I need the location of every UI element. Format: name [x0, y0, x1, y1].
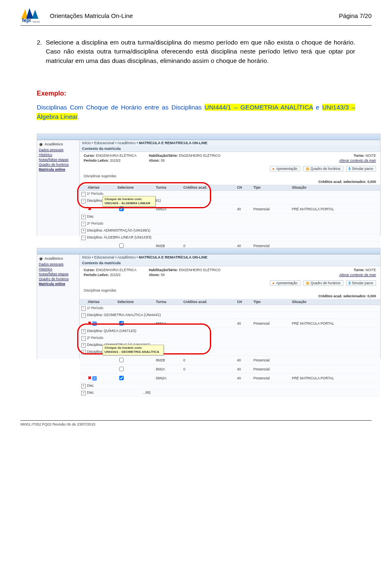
tooltip-choque: Choque de horário com:UNI444/1 - GEOMETR… [102, 345, 164, 355]
expand-icon[interactable]: − [81, 236, 86, 240]
item-text: Selecione a disciplina em outra turma/di… [46, 38, 355, 65]
sidebar-item[interactable]: Notas/faltas etapas [39, 157, 78, 162]
sidebar-item[interactable]: Matrícula online [39, 281, 78, 286]
context-bar: Contexto da matrícula [80, 260, 380, 266]
alter-context-link[interactable]: Alterar contexto da matr [339, 273, 376, 277]
simular-button[interactable]: $Simular parce [346, 166, 376, 172]
select-checkbox[interactable] [119, 243, 124, 248]
info-icon[interactable]: i [92, 321, 97, 326]
expand-icon[interactable]: + [81, 391, 86, 395]
alter-context-link[interactable]: Alterar contexto da matr [339, 158, 376, 163]
fepi-logo: fepi itajubá [20, 7, 46, 24]
header-title: Orientações Matricula On-Line [50, 12, 133, 19]
sidebar-item[interactable]: Dados pessoais [39, 262, 78, 267]
header-rule [20, 25, 372, 26]
screenshot-2: 🎓Acadêmico Dados pessoais Histórico Nota… [37, 248, 381, 359]
alert-icon: ✖ [88, 375, 91, 380]
select-checkbox[interactable] [119, 367, 124, 371]
select-checkbox[interactable] [119, 358, 124, 362]
exemplo-description: Disciplinas Com Choque de Horário entre … [37, 103, 355, 121]
context-bar: Contexto da matrícula [80, 146, 380, 152]
quadro-horarios-button[interactable]: ▦Quadro de horários [303, 166, 343, 172]
simular-button[interactable]: $Simular parce [346, 280, 376, 286]
tooltip-choque: Choque de horário com:UNI143/3 - ÁLGEBRA… [102, 196, 156, 206]
expand-icon[interactable]: + [81, 215, 86, 219]
select-checkbox[interactable] [119, 376, 124, 380]
sidebar-item[interactable]: Histórico [39, 267, 78, 272]
info-icon[interactable]: i [92, 376, 97, 381]
expand-icon[interactable]: + [81, 384, 86, 388]
breadcrumb: Início • Educacional • Acadêmico • MATRÍ… [80, 140, 380, 146]
select-checkbox[interactable] [119, 207, 124, 211]
page-number: Página 7/20 [339, 12, 372, 19]
sidebar-item[interactable]: Quadro de horários [39, 276, 78, 281]
breadcrumb: Início • Educacional • Acadêmico • MATRÍ… [80, 254, 380, 260]
alert-icon: ✖ [88, 321, 91, 325]
expand-icon[interactable]: − [81, 199, 86, 203]
expand-icon[interactable]: + [81, 229, 86, 233]
expand-icon[interactable]: − [81, 350, 86, 354]
sidebar-item[interactable]: Histórico [39, 152, 78, 157]
expand-icon[interactable]: − [81, 313, 86, 318]
alert-icon: ✖ [88, 206, 91, 211]
page-footer: MI001.IT052.PQ02 Revisão 06 de 23/07/201… [20, 420, 372, 426]
page-header: fepi itajubá Orientações Matricula On-Li… [20, 7, 372, 24]
sidebar-item[interactable]: Dados pessoais [39, 147, 78, 152]
svg-text:fepi: fepi [22, 18, 31, 23]
screenshot-1: 🎓Acadêmico Dados pessoais Histórico Nota… [37, 134, 381, 236]
highlight-geometria: UNI444/1 – GEOMETRIA ANALÍTICA [205, 104, 313, 111]
expand-icon[interactable]: − [81, 222, 86, 226]
expand-icon[interactable]: − [81, 336, 86, 341]
apresentacao-button[interactable]: ▸Apresentação [270, 166, 300, 172]
sidebar-item[interactable]: Quadro de horários [39, 162, 78, 167]
svg-text:itajubá: itajubá [33, 20, 40, 23]
expand-icon[interactable]: − [81, 306, 86, 311]
item-number: 2. [37, 38, 46, 65]
sidebar-item[interactable]: Notas/faltas etapas [39, 272, 78, 276]
select-checkbox[interactable] [119, 321, 124, 325]
apresentacao-button[interactable]: ▸Apresentação [270, 280, 300, 286]
instruction-item: 2. Selecione a disciplina em outra turma… [37, 38, 355, 65]
expand-icon[interactable]: + [81, 329, 86, 334]
expand-icon[interactable]: − [81, 192, 86, 196]
quadro-horarios-button[interactable]: ▦Quadro de horários [303, 280, 343, 286]
sidebar-item[interactable]: Matrícula online [39, 167, 78, 172]
exemplo-heading: Exemplo: [37, 90, 355, 97]
expand-icon[interactable]: + [81, 343, 86, 348]
